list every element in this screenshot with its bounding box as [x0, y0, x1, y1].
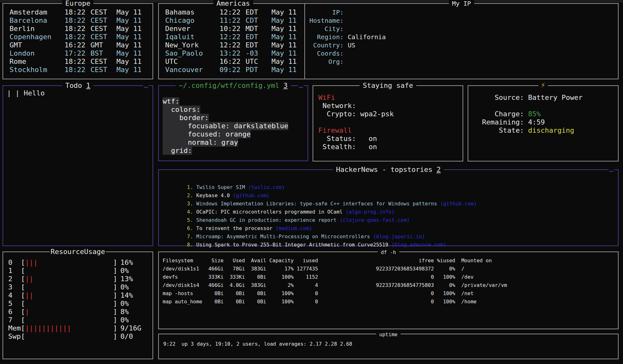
cell-mounted-on: /private/var/vm	[455, 281, 618, 289]
cell-iused: 0	[294, 298, 318, 306]
meter-bar	[25, 300, 113, 308]
clock-time: 18:22	[61, 8, 85, 16]
resource-meter-row: 4[||]14%	[8, 291, 153, 300]
panel-title-resource-usage: ResourceUsage	[50, 248, 106, 256]
clock-city: Berlin	[9, 25, 61, 33]
col-header-mounted-on: Mounted on	[455, 257, 618, 265]
story-title[interactable]: Shenandoah GC in production: experience …	[196, 217, 336, 223]
config-code-text: colors:	[163, 106, 200, 114]
panel-title-hackernews: HackerNews - topstories2	[333, 166, 444, 174]
panel-config-file[interactable]: ~/.config/wtf/config.yml3 … wtf: colors:…	[158, 85, 308, 161]
lightning-bolt-icon: ⚡	[538, 81, 548, 89]
story-number: 2.	[187, 192, 193, 198]
story-source-link[interactable]: (clojure-goes-fast.com)	[340, 217, 410, 223]
meter-bar	[25, 316, 113, 324]
config-code-text: wtf:	[163, 97, 179, 106]
panel-hackernews[interactable]: HackerNews - topstories2 … 1.Twilio Supe…	[158, 169, 619, 246]
todo-item[interactable]: | | Hello	[7, 89, 153, 97]
meter-open-bracket: [	[21, 332, 25, 341]
cell-ifree: 9223372036853498372	[318, 265, 434, 273]
cell-size: 466Gi	[205, 265, 224, 273]
clock-time: 18:22	[61, 16, 85, 25]
clock-row: UTC 16:22 UTC May 11	[165, 58, 302, 66]
story-source-link[interactable]: (twilio.com)	[248, 184, 285, 190]
ip-field-row: Country: US	[309, 41, 618, 49]
ip-field-label: Region:	[309, 33, 344, 41]
panel-clocks-americas: Americas Bahamas 12:22 EDT May 11 Chicag…	[158, 3, 308, 79]
resource-meter-row: 2[||]13%	[8, 275, 153, 283]
disk-table-row: /dev/disk1s1 466Gi 78Gi 383Gi 17% 127743…	[163, 265, 618, 273]
staying-safe-content: WiFi Network: Crypto: wpa2-psk Firewall …	[313, 86, 463, 151]
story-number: 4.	[187, 209, 193, 215]
config-code-text: normal: gray	[163, 138, 238, 147]
meter-label: 1	[8, 267, 21, 275]
cell-capacity: 2%	[266, 281, 294, 289]
story-source-link[interactable]: (github.com)	[440, 201, 477, 207]
clock-date: May 11	[115, 58, 147, 66]
cell-ifree: 0	[318, 273, 434, 281]
ip-field-row: IP:	[309, 8, 618, 16]
clock-date: May 11	[115, 66, 147, 74]
todo-shortcut-key[interactable]: 1	[86, 82, 90, 89]
ip-field-row: Hostname:	[309, 16, 618, 25]
meter-value: 16%	[121, 258, 133, 267]
story-title[interactable]: Using Spark to Prove 255-Bit Integer Ari…	[196, 242, 388, 248]
meter-value: 0%	[121, 267, 129, 275]
config-code-line: grid:	[163, 147, 308, 155]
meter-value: 0/0	[121, 332, 133, 341]
meter-value: 9/16G	[121, 324, 141, 332]
story-title[interactable]: Microamp: Asymmetric Multi-Processing on…	[196, 234, 370, 240]
cell-capacity: 17%	[266, 265, 294, 273]
wifi-section-header: WiFi	[318, 94, 463, 102]
meter-label: 0	[8, 258, 21, 267]
cell-mounted-on: /net	[455, 289, 618, 298]
resource-meter-row: 7[]0%	[8, 316, 153, 324]
disk-table-header-row: Filesystem Size Used Avail Capacity iuse…	[163, 257, 618, 265]
story-title[interactable]: Windows Implementation Libraries: type-s…	[196, 201, 437, 207]
config-code-text: grid:	[163, 147, 192, 155]
col-header-filesystem: Filesystem	[163, 257, 205, 265]
story-title[interactable]: Twilio Super SIM	[196, 184, 245, 190]
ip-field-label: IP:	[309, 8, 344, 16]
clock-time: 18:22	[61, 66, 85, 74]
clock-time: 16:22	[61, 41, 85, 49]
story-source-link[interactable]: (algo-prog.info)	[346, 209, 395, 215]
clock-city: Bahamas	[165, 8, 216, 16]
hackernews-story[interactable]: 1.Twilio Super SIM(twilio.com)	[163, 175, 618, 183]
cell-iused: 0	[294, 289, 318, 298]
story-source-link[interactable]: (medium.com)	[276, 225, 312, 231]
clock-timezone: CEST	[85, 25, 115, 33]
clock-city: Sao_Paolo	[165, 49, 216, 58]
panel-todo[interactable]: Todo1 … | | Hello	[3, 85, 153, 246]
cell-size: 0Bi	[205, 298, 224, 306]
battery-remaining-row: Remaining: 4:59	[480, 118, 618, 126]
cell-pct-iused: 0%	[434, 281, 455, 289]
cell-filesystem: map auto_home	[163, 298, 205, 306]
col-header-capacity: Capacity	[266, 257, 294, 265]
hackernews-shortcut-key[interactable]: 2	[437, 166, 441, 173]
story-title[interactable]: OCaPIC: PIC microcontrollers programmed …	[196, 209, 342, 215]
config-shortcut-key[interactable]: 3	[283, 82, 288, 89]
cell-filesystem: /dev/disk1s1	[163, 265, 205, 273]
meter-close-bracket: ]	[113, 283, 117, 291]
cell-ifree: 0	[318, 298, 434, 306]
clock-city: GMT	[9, 41, 61, 49]
story-source-link[interactable]: (github.com)	[233, 192, 270, 198]
cell-pct-iused: 100%	[434, 298, 455, 306]
meter-close-bracket: ]	[113, 258, 117, 267]
story-source-link[interactable]: (blog.adacore.com)	[391, 242, 446, 248]
config-file-path: ~/.config/wtf/config.yml	[179, 82, 279, 89]
cell-size: 333Ki	[205, 273, 224, 281]
story-title[interactable]: To reinvent the processor	[196, 225, 272, 231]
battery-charge-label: Charge:	[480, 110, 524, 118]
panel-title-americas: Americas	[213, 0, 253, 8]
meter-bar	[25, 267, 113, 275]
clock-city: London	[9, 49, 61, 58]
cell-filesystem: devfs	[163, 273, 205, 281]
clock-row: Bahamas 12:22 EDT May 11	[165, 8, 302, 16]
clock-time: 12:22	[216, 33, 240, 41]
config-code-line: focusable: darkslateblue	[163, 122, 308, 130]
story-source-link[interactable]: (blog.japaric.io)	[373, 234, 425, 240]
story-title[interactable]: Keybase 4.0	[196, 192, 230, 198]
clock-timezone: EDT	[240, 8, 270, 16]
